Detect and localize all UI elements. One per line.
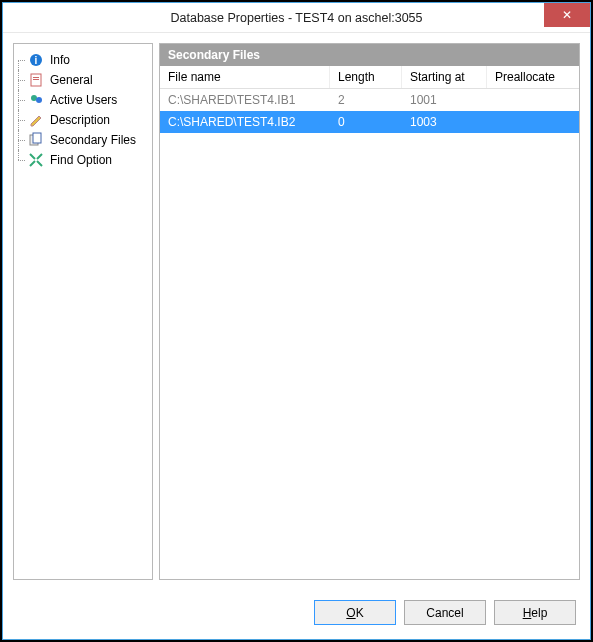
cell-starting-at: 1003 xyxy=(402,111,487,133)
window-title: Database Properties - TEST4 on aschel:30… xyxy=(3,11,544,25)
nav-item-label: Info xyxy=(50,53,70,67)
col-file-name[interactable]: File name xyxy=(160,66,330,88)
main-panel: Secondary Files File name Length Startin… xyxy=(159,43,580,580)
find-icon xyxy=(28,152,44,168)
close-button[interactable]: ✕ xyxy=(544,3,590,27)
files-table: File name Length Starting at Preallocate… xyxy=(160,66,579,579)
titlebar: Database Properties - TEST4 on aschel:30… xyxy=(3,3,590,33)
nav-item-label: Find Option xyxy=(50,153,112,167)
files-icon xyxy=(28,132,44,148)
nav-item-label: Description xyxy=(50,113,110,127)
cell-file-name: C:\SHARED\TEST4.IB2 xyxy=(160,111,330,133)
nav-item-label: General xyxy=(50,73,93,87)
cell-length: 0 xyxy=(330,111,402,133)
svg-point-6 xyxy=(36,97,42,103)
table-row[interactable]: C:\SHARED\TEST4.IB1 2 1001 xyxy=(160,89,579,111)
cancel-button[interactable]: Cancel xyxy=(404,600,486,625)
nav-item-general[interactable]: General xyxy=(18,70,148,90)
document-icon xyxy=(28,72,44,88)
help-button[interactable]: Help xyxy=(494,600,576,625)
cell-starting-at: 1001 xyxy=(402,89,487,111)
users-icon xyxy=(28,92,44,108)
svg-rect-8 xyxy=(33,133,41,143)
cell-file-name: C:\SHARED\TEST4.IB1 xyxy=(160,89,330,111)
nav-item-info[interactable]: i Info xyxy=(18,50,148,70)
dialog-window: Database Properties - TEST4 on aschel:30… xyxy=(2,2,591,640)
cell-preallocate xyxy=(487,118,579,126)
nav-item-secondary-files[interactable]: Secondary Files xyxy=(18,130,148,150)
nav-item-find-option[interactable]: Find Option xyxy=(18,150,148,170)
content-area: i Info General Active Users xyxy=(3,33,590,590)
table-header: File name Length Starting at Preallocate xyxy=(160,66,579,89)
svg-text:i: i xyxy=(35,55,38,66)
svg-rect-3 xyxy=(33,77,39,78)
nav-item-label: Secondary Files xyxy=(50,133,136,147)
ok-button[interactable]: OK xyxy=(314,600,396,625)
svg-rect-4 xyxy=(33,79,39,80)
button-bar: OK Cancel Help xyxy=(3,590,590,639)
cell-length: 2 xyxy=(330,89,402,111)
table-row[interactable]: C:\SHARED\TEST4.IB2 0 1003 xyxy=(160,111,579,133)
nav-item-label: Active Users xyxy=(50,93,117,107)
nav-item-active-users[interactable]: Active Users xyxy=(18,90,148,110)
col-length[interactable]: Length xyxy=(330,66,402,88)
pencil-icon xyxy=(28,112,44,128)
close-icon: ✕ xyxy=(562,9,572,21)
nav-panel: i Info General Active Users xyxy=(13,43,153,580)
panel-title: Secondary Files xyxy=(160,44,579,66)
col-starting-at[interactable]: Starting at xyxy=(402,66,487,88)
info-icon: i xyxy=(28,52,44,68)
col-preallocate[interactable]: Preallocate xyxy=(487,66,579,88)
nav-item-description[interactable]: Description xyxy=(18,110,148,130)
cell-preallocate xyxy=(487,96,579,104)
